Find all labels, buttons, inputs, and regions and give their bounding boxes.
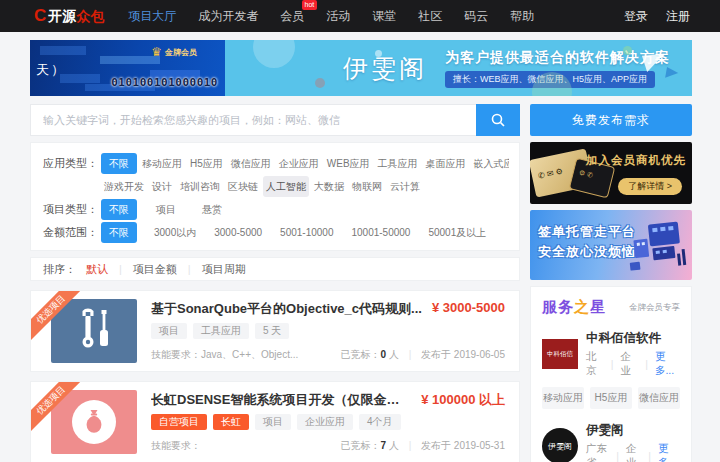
money-bag-icon (82, 409, 106, 435)
dot-decoration (315, 78, 325, 88)
project-tags: 自营项目 长虹 项目 企业应用 4个月 (151, 414, 505, 430)
site-logo[interactable]: C 开源 众包 (34, 6, 104, 26)
money-bag-circle (72, 400, 116, 444)
logo-text-red: 众包 (76, 8, 104, 26)
nav-help[interactable]: 帮助 (510, 8, 534, 25)
filter-chip-unlimited[interactable]: 不限 (101, 199, 137, 220)
nav-gitee[interactable]: 码云 (464, 8, 488, 25)
filter-chip[interactable]: 桌面应用 (423, 153, 469, 174)
filter-chip[interactable]: 大数据 (311, 176, 347, 197)
promo-banner[interactable]: 天） ♛ 金牌会员 010100101000010 伊雯阁 为客户提供最适合的软… (30, 40, 692, 96)
login-link[interactable]: 登录 (624, 8, 648, 25)
filter-chip[interactable]: 培训咨询 (177, 176, 223, 197)
banner-member-panel: 天） ♛ 金牌会员 010100101000010 (30, 40, 225, 96)
company-logo-avatar: 中科佰信 (542, 339, 578, 369)
circuit-decoration (60, 74, 100, 83)
filter-label: 项目类型： (43, 199, 101, 220)
project-stats: 已竞标：0 人 | 发布于 2019-06-05 (341, 348, 505, 362)
filter-chip[interactable]: 工具应用 (375, 153, 421, 174)
filter-chip[interactable]: 悬赏 (199, 199, 225, 220)
project-footer: 技能要求： 已竞标：7 人 | 发布于 2019-05-31 (151, 439, 505, 453)
banner-brand-panel: 伊雯阁 为客户提供最适合的软件解决方案 擅长：WEB应用、微信应用、H5应用、A… (225, 40, 692, 96)
star-type: 企业 (626, 442, 641, 462)
project-skills: 技能要求： (151, 439, 201, 453)
sort-default[interactable]: 默认 (86, 262, 108, 277)
project-title[interactable]: 基于SonarQube平台的Objective_c代码规则... (151, 300, 422, 318)
project-card[interactable]: 优选项目 (30, 290, 520, 372)
filter-chip[interactable]: 区块链 (225, 176, 261, 197)
dot-decoration (375, 50, 382, 57)
project-card[interactable]: 优选项目 长虹DSENSE智能系统项目开发 (30, 381, 520, 462)
member-level-label: 金牌会员 (165, 47, 197, 58)
escrow-ad[interactable]: 签单托管走平台 安全放心没烦恼 (530, 210, 692, 280)
membership-ad-cta[interactable]: 了解详情 > (618, 178, 682, 195)
star-more-link[interactable]: 更多... (658, 442, 680, 462)
search-box (30, 104, 520, 136)
search-input[interactable] (30, 104, 476, 136)
star-more-link[interactable]: 更多... (655, 350, 680, 378)
filter-chip[interactable]: 3000以内 (151, 222, 199, 243)
filter-chip[interactable]: 游戏开发 (101, 176, 147, 197)
service-star-item: 伊雯阁 伊雯阁 广东省 | 企业 | 更多... (542, 422, 680, 462)
title-part-accent: 之 (574, 298, 590, 315)
bids-count: 0 (381, 349, 387, 360)
filter-chip[interactable]: 3000-5000 (211, 222, 265, 243)
sort-amount[interactable]: 项目金额 (133, 262, 177, 277)
project-top-row: 长虹DSENSE智能系统项目开发（仅限金牌银牌投标） ¥ 100000 以上 (151, 391, 505, 409)
filter-chip[interactable]: 5001-10000 (277, 222, 336, 243)
filter-chip[interactable]: 嵌入式应用 (471, 153, 509, 174)
filter-chip[interactable]: 云计算 (387, 176, 423, 197)
project-tag: 项目 (255, 414, 291, 430)
filter-chip[interactable]: 企业应用 (276, 153, 322, 174)
skills-label: 技能要求： (151, 440, 201, 451)
filter-options: 游戏开发 设计 培训咨询 区块链 人工智能 大数据 物联网 云计算 (101, 176, 509, 197)
project-title[interactable]: 长虹DSENSE智能系统项目开发（仅限金牌银牌投标） (151, 391, 411, 409)
project-tag: 5 天 (255, 323, 289, 339)
nav-project-hall[interactable]: 项目大厅 (128, 8, 176, 25)
nav-membership-label: 会员 (280, 9, 304, 23)
filter-chip[interactable]: 50001及以上 (425, 222, 489, 243)
search-button[interactable] (476, 104, 520, 136)
filter-chip[interactable]: WEB应用 (324, 153, 373, 174)
binary-code-text: 010100101000010 (111, 76, 218, 89)
filter-chip[interactable]: 项目 (153, 199, 179, 220)
sort-period[interactable]: 项目周期 (202, 262, 246, 277)
star-name[interactable]: 伊雯阁 (586, 422, 680, 439)
company-circle-avatar: 伊雯阁 (542, 428, 578, 462)
hot-badge: hot (302, 0, 318, 10)
dot-decoration (623, 46, 632, 55)
divider: | (409, 440, 412, 451)
bids-unit: 人 (389, 349, 399, 360)
filter-chip-ai[interactable]: 人工智能 (263, 176, 309, 197)
filter-chip[interactable]: 移动应用 (139, 153, 185, 174)
project-footer: 技能要求：Java、C++、Object... 已竞标：0 人 | 发布于 20… (151, 348, 505, 362)
publish-request-button[interactable]: 免费发布需求 (530, 104, 692, 136)
nav-membership[interactable]: 会员 hot (280, 8, 304, 25)
service-stars-title: 服务之星 (542, 298, 606, 317)
project-top-row: 基于SonarQube平台的Objective_c代码规则... ¥ 3000-… (151, 300, 505, 318)
nav-classroom[interactable]: 课堂 (372, 8, 396, 25)
nav-activities[interactable]: 活动 (326, 8, 350, 25)
filter-options: 不限 3000以内 3000-5000 5001-10000 10001-500… (101, 222, 509, 243)
star-name[interactable]: 中科佰信软件 (586, 330, 680, 347)
filter-row-amount: 金额范围： 不限 3000以内 3000-5000 5001-10000 100… (43, 222, 509, 243)
filter-panel: 应用类型： 不限 移动应用 H5应用 微信应用 企业应用 WEB应用 工具应用 … (30, 142, 520, 251)
isometric-city-graphic (620, 216, 690, 274)
service-stars-panel: 服务之星 金牌会员专享 中科佰信 中科佰信软件 北京 | 企业 (530, 286, 692, 462)
nav-community[interactable]: 社区 (418, 8, 442, 25)
filter-chip-unlimited[interactable]: 不限 (101, 153, 137, 174)
membership-ad[interactable]: 加入会员商机优先 了解详情 > (530, 142, 692, 204)
filter-chip[interactable]: 设计 (149, 176, 175, 197)
filter-chip[interactable]: 10001-50000 (348, 222, 413, 243)
filter-chip[interactable]: 微信应用 (228, 153, 274, 174)
filter-chip[interactable]: H5应用 (187, 153, 226, 174)
filter-options: 不限 项目 悬赏 (101, 199, 509, 220)
star-tag: 移动应用 (542, 387, 584, 409)
filter-chip-unlimited[interactable]: 不限 (101, 222, 137, 243)
register-link[interactable]: 注册 (666, 8, 690, 25)
filter-chip[interactable]: 物联网 (349, 176, 385, 197)
divider: | (119, 263, 122, 275)
search-icon (490, 112, 506, 128)
auth-links: 登录 注册 (606, 8, 690, 25)
nav-become-developer[interactable]: 成为开发者 (198, 8, 258, 25)
